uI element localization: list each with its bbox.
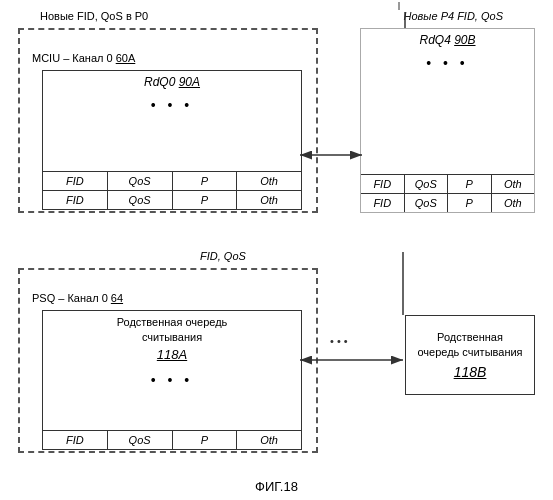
rdq0-r2-oth: Oth	[237, 191, 301, 209]
rdq4-row1: FID QoS P Oth	[361, 174, 534, 193]
rdq4-title: RdQ4 90B	[361, 29, 534, 51]
rq-id: 118A	[157, 347, 187, 362]
rq-title: Родственная очередь считывания 118A	[43, 311, 301, 368]
rq-row1: FID QoS P Oth	[43, 430, 301, 449]
rdq0-id: 90A	[179, 75, 200, 89]
rdq0-r2-p: P	[173, 191, 238, 209]
rdq4-table: FID QoS P Oth FID QoS P Oth	[361, 174, 534, 212]
rq-right-box: Родственная очередь считывания 118B	[405, 315, 535, 395]
rdq4-box: RdQ4 90B • • • FID QoS P Oth FID QoS P O…	[360, 28, 535, 213]
rq-table: FID QoS P Oth	[43, 430, 301, 449]
rdq0-row2: FID QoS P Oth	[43, 190, 301, 209]
mciu-label: MCIU – Канал 0 60A	[32, 52, 135, 64]
dots-row-rdq4: • • •	[361, 51, 534, 75]
rdq4-id: 90B	[454, 33, 475, 47]
figure-label: ФИГ.18	[0, 479, 553, 494]
rdq0-table: FID QoS P Oth FID QoS P Oth	[43, 171, 301, 209]
dots-row-rq: • • •	[43, 368, 301, 392]
rq-r1-fid: FID	[43, 431, 108, 449]
rdq0-r1-qos: QoS	[108, 172, 173, 190]
diagram-container: Новые FID, QoS в P0 Новые P4 FID, QoS MC…	[0, 0, 553, 500]
rdq0-box: RdQ0 90A • • • FID QoS P Oth FID QoS P O…	[42, 70, 302, 210]
rq-r1-oth: Oth	[237, 431, 301, 449]
rq-right-title: Родственная очередь считывания	[417, 330, 522, 361]
top-section: Новые FID, QoS в P0 Новые P4 FID, QoS MC…	[10, 10, 543, 230]
psq-label: PSQ – Канал 0 64	[32, 292, 123, 304]
psq-box: PSQ – Канал 0 64 Родственная очередь счи…	[18, 268, 318, 453]
rdq0-r2-fid: FID	[43, 191, 108, 209]
rdq4-r2-p: P	[448, 194, 492, 212]
mciu-box: MCIU – Канал 0 60A RdQ0 90A • • • FID Qo…	[18, 28, 318, 213]
rdq4-r1-qos: QoS	[405, 175, 449, 193]
rdq0-r1-fid: FID	[43, 172, 108, 190]
rdq4-r1-p: P	[448, 175, 492, 193]
rdq4-r1-fid: FID	[361, 175, 405, 193]
rdq4-r1-oth: Oth	[492, 175, 535, 193]
rdq4-r2-oth: Oth	[492, 194, 535, 212]
top-label-left: Новые FID, QoS в P0	[40, 10, 148, 22]
fid-qos-label: FID, QoS	[200, 250, 246, 262]
rdq4-row2: FID QoS P Oth	[361, 193, 534, 212]
dots-row-top: • • •	[43, 93, 301, 117]
rdq4-r2-qos: QoS	[405, 194, 449, 212]
top-label-right: Новые P4 FID, QoS	[404, 10, 503, 22]
rdq0-r2-qos: QoS	[108, 191, 173, 209]
rdq0-row1: FID QoS P Oth	[43, 171, 301, 190]
psq-id: 64	[111, 292, 123, 304]
rdq0-r1-p: P	[173, 172, 238, 190]
rq-r1-qos: QoS	[108, 431, 173, 449]
rdq0-r1-oth: Oth	[237, 172, 301, 190]
rq-inner-box: Родственная очередь считывания 118A • • …	[42, 310, 302, 450]
rq-r1-p: P	[173, 431, 238, 449]
rdq0-title: RdQ0 90A	[43, 71, 301, 93]
rdq4-r2-fid: FID	[361, 194, 405, 212]
bottom-section: FID, QoS PSQ – Канал 0 64 Родственная оч…	[10, 250, 543, 465]
mciu-id: 60A	[116, 52, 136, 64]
rq-right-id: 118B	[454, 364, 487, 380]
